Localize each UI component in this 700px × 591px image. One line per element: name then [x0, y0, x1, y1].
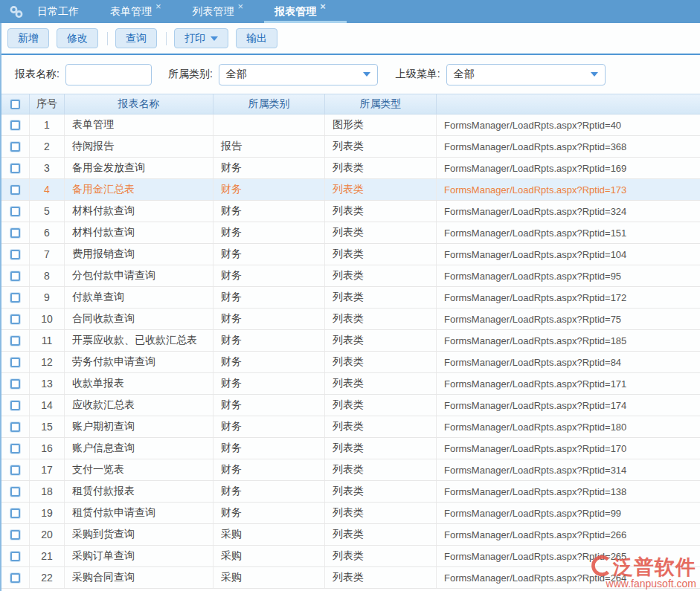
toolbar-button-label: 修改 — [67, 32, 88, 45]
row-checkbox-cell — [1, 309, 30, 329]
tab-日常工作[interactable]: 日常工作 — [34, 0, 82, 23]
row-name: 租赁付款报表 — [65, 481, 213, 502]
table-row[interactable]: 19 租赁付款申请查询 财务 列表类 FormsManager/LoadRpts… — [1, 503, 700, 524]
filter-bar: 报表名称: 所属类别: 全部 上级菜单: 全部 — [1, 55, 700, 94]
table-row[interactable]: 14 应收款汇总表 财务 列表类 FormsManager/LoadRpts.a… — [1, 395, 700, 416]
row-checkbox-cell — [1, 459, 30, 480]
row-checkbox[interactable] — [10, 271, 20, 281]
row-name: 分包付款申请查询 — [65, 265, 213, 286]
row-type: 列表类 — [325, 244, 437, 265]
table-row[interactable]: 11 开票应收款、已收款汇总表 财务 列表类 FormsManager/Load… — [1, 330, 700, 352]
row-seq: 19 — [30, 503, 65, 523]
tab-label: 列表管理 — [193, 5, 234, 17]
tab-列表管理[interactable]: 列表管理× — [190, 0, 247, 23]
toolbar-button-查询[interactable]: 查询 — [115, 28, 157, 48]
table-row[interactable]: 9 付款单查询 财务 列表类 FormsManager/LoadRpts.asp… — [1, 287, 700, 309]
table-row[interactable]: 12 劳务付款申请查询 财务 列表类 FormsManager/LoadRpts… — [1, 352, 700, 373]
row-checkbox[interactable] — [10, 487, 20, 497]
row-category: 财务 — [213, 416, 325, 437]
row-checkbox[interactable] — [10, 444, 20, 453]
app-window: 日常工作 表单管理× 列表管理× 报表管理× 新增 修改 查询 打印 输出 报表… — [0, 0, 700, 591]
chevron-down-icon — [363, 72, 370, 77]
row-type: 列表类 — [325, 222, 437, 243]
table-row[interactable]: 5 材料付款查询 财务 列表类 FormsManager/LoadRpts.as… — [1, 201, 700, 222]
row-name: 表单管理 — [65, 114, 213, 135]
row-checkbox[interactable] — [10, 422, 20, 432]
row-checkbox[interactable] — [10, 207, 20, 216]
tab-表单管理[interactable]: 表单管理× — [107, 0, 164, 23]
row-category: 采购 — [213, 524, 325, 545]
row-url: FormsManager/LoadRpts.aspx?Rptid=99 — [437, 503, 700, 523]
table-row[interactable]: 20 采购到货查询 采购 列表类 FormsManager/LoadRpts.a… — [1, 524, 700, 546]
row-checkbox[interactable] — [10, 250, 20, 259]
row-checkbox[interactable] — [10, 164, 20, 173]
row-url: FormsManager/LoadRpts.aspx?Rptid=151 — [437, 222, 700, 243]
row-seq: 21 — [30, 546, 65, 566]
row-name: 采购订单查询 — [65, 546, 213, 566]
row-checkbox-cell — [1, 158, 30, 178]
table-row[interactable]: 22 采购合同查询 采购 列表类 FormsManager/LoadRpts.a… — [1, 567, 700, 589]
row-type: 列表类 — [325, 416, 437, 437]
row-checkbox[interactable] — [10, 293, 20, 303]
table-row[interactable]: 21 采购订单查询 采购 列表类 FormsManager/LoadRpts.a… — [1, 546, 700, 567]
tab-close-icon[interactable]: × — [238, 1, 244, 12]
report-name-input[interactable] — [65, 64, 152, 85]
tab-报表管理[interactable]: 报表管理× — [272, 0, 329, 23]
table-row[interactable]: 10 合同收款查询 财务 列表类 FormsManager/LoadRpts.a… — [1, 309, 700, 330]
row-category: 财务 — [213, 330, 325, 351]
row-name: 合同收款查询 — [65, 309, 213, 329]
toolbar-button-打印[interactable]: 打印 — [174, 28, 228, 48]
row-checkbox[interactable] — [10, 120, 20, 130]
row-checkbox[interactable] — [10, 552, 20, 561]
row-checkbox[interactable] — [10, 336, 20, 346]
row-checkbox[interactable] — [10, 185, 20, 195]
row-type: 列表类 — [325, 352, 437, 372]
row-url: FormsManager/LoadRpts.aspx?Rptid=138 — [437, 481, 700, 502]
row-checkbox[interactable] — [10, 401, 20, 410]
row-url: FormsManager/LoadRpts.aspx?Rptid=368 — [437, 136, 700, 157]
row-name: 采购合同查询 — [65, 567, 213, 588]
table-row[interactable]: 18 租赁付款报表 财务 列表类 FormsManager/LoadRpts.a… — [1, 481, 700, 503]
toolbar-button-新增[interactable]: 新增 — [7, 28, 49, 48]
table-row[interactable]: 13 收款单报表 财务 列表类 FormsManager/LoadRpts.as… — [1, 373, 700, 395]
row-category: 财务 — [213, 503, 325, 523]
parent-menu-select[interactable]: 全部 — [446, 64, 606, 85]
row-checkbox[interactable] — [10, 508, 20, 518]
row-type: 列表类 — [325, 503, 437, 523]
row-name: 应收款汇总表 — [65, 395, 213, 416]
table-row[interactable]: 15 账户期初查询 财务 列表类 FormsManager/LoadRpts.a… — [1, 416, 700, 438]
row-name: 待阅报告 — [65, 136, 213, 157]
category-select[interactable]: 全部 — [219, 64, 378, 85]
table-row[interactable]: 1 表单管理 图形类 FormsManager/LoadRpts.aspx?Rp… — [1, 114, 700, 136]
row-checkbox[interactable] — [10, 358, 20, 367]
toolbar-separator — [166, 32, 167, 45]
row-checkbox[interactable] — [10, 530, 20, 540]
table-row[interactable]: 6 材料付款查询 财务 列表类 FormsManager/LoadRpts.as… — [1, 222, 700, 244]
tab-close-icon[interactable]: × — [155, 1, 161, 12]
row-checkbox[interactable] — [10, 142, 20, 152]
table-row[interactable]: 7 费用报销查询 财务 列表类 FormsManager/LoadRpts.as… — [1, 244, 700, 265]
row-checkbox-cell — [1, 201, 30, 222]
table-row[interactable]: 17 支付一览表 财务 列表类 FormsManager/LoadRpts.as… — [1, 459, 700, 481]
toolbar-button-label: 打印 — [184, 32, 205, 45]
row-checkbox-cell — [1, 222, 30, 243]
toolbar-button-输出[interactable]: 输出 — [236, 28, 277, 48]
table-row[interactable]: 4 备用金汇总表 财务 列表类 FormsManager/LoadRpts.as… — [1, 179, 700, 201]
table-row[interactable]: 16 账户信息查询 财务 列表类 FormsManager/LoadRpts.a… — [1, 438, 700, 459]
toolbar: 新增 修改 查询 打印 输出 — [1, 23, 700, 55]
table-row[interactable]: 2 待阅报告 报告 列表类 FormsManager/LoadRpts.aspx… — [1, 136, 700, 158]
row-checkbox[interactable] — [10, 228, 20, 238]
row-type: 列表类 — [325, 309, 437, 329]
row-checkbox[interactable] — [10, 465, 20, 475]
tab-close-icon[interactable]: × — [320, 1, 326, 12]
table-row[interactable]: 3 备用金发放查询 财务 列表类 FormsManager/LoadRpts.a… — [1, 158, 700, 179]
row-checkbox[interactable] — [10, 573, 20, 583]
row-checkbox[interactable] — [10, 314, 20, 324]
toolbar-button-修改[interactable]: 修改 — [57, 28, 98, 48]
row-type: 列表类 — [325, 265, 437, 286]
row-checkbox[interactable] — [10, 379, 20, 389]
row-seq: 12 — [30, 352, 65, 372]
select-all-checkbox[interactable] — [10, 100, 20, 109]
table-row[interactable]: 8 分包付款申请查询 财务 列表类 FormsManager/LoadRpts.… — [1, 265, 700, 287]
row-url: FormsManager/LoadRpts.aspx?Rptid=171 — [437, 373, 700, 394]
